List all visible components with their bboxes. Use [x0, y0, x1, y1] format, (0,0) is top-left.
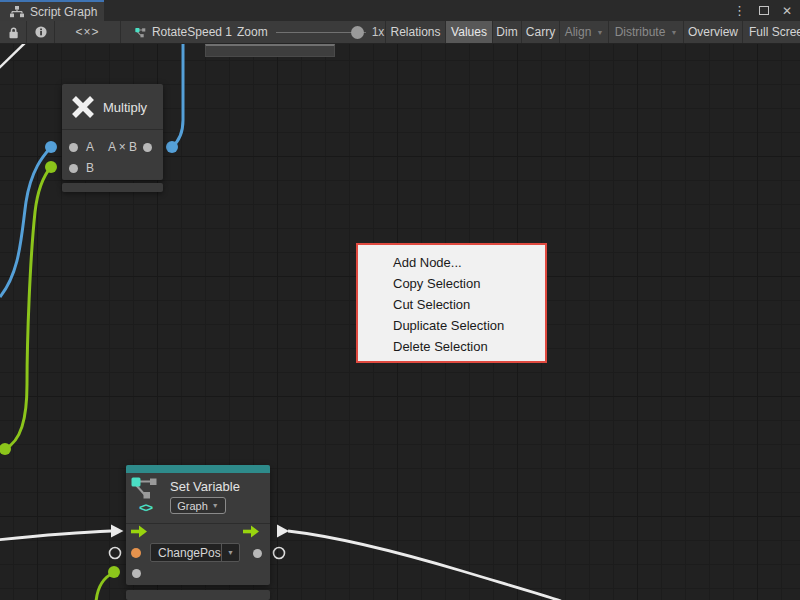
variable-brackets-icon: <>	[139, 500, 152, 515]
align-dropdown[interactable]: Align ▼	[560, 21, 609, 43]
window-close-icon[interactable]: ✕	[782, 5, 792, 17]
fullscreen-button[interactable]: Full Screen	[743, 21, 800, 43]
variable-scope-label: Graph	[177, 500, 208, 512]
wire-blue-out-of-multiply[interactable]	[172, 44, 183, 147]
info-button[interactable]	[27, 21, 55, 43]
multiply-port-a[interactable]	[69, 143, 78, 152]
setvariable-value-port[interactable]	[132, 569, 141, 578]
overview-label: Overview	[688, 25, 738, 39]
menu-item-cut-selection[interactable]: Cut Selection	[358, 294, 545, 315]
carry-label: Carry	[526, 25, 555, 39]
menu-item-duplicate-selection[interactable]: Duplicate Selection	[358, 315, 545, 336]
fullscreen-label: Full Screen	[749, 25, 800, 39]
multiply-port-b-label: B	[86, 161, 94, 175]
variable-name-label: ChangePos	[151, 544, 221, 561]
value-ring-left[interactable]	[110, 548, 121, 559]
multiply-icon	[70, 94, 96, 120]
wire-flow-out-of-setvariable[interactable]	[288, 531, 561, 600]
wire-flow-into-setvariable[interactable]	[0, 531, 111, 540]
tab-label: Script Graph	[30, 5, 97, 19]
chevron-down-icon: ▼	[212, 502, 219, 509]
setvariable-output-port[interactable]	[253, 549, 262, 558]
multiply-port-b[interactable]	[69, 164, 78, 173]
graph-canvas[interactable]: Multiply A A × B B <> Set Variable Graph…	[0, 44, 800, 600]
wire-blue-into-multiply-a[interactable]	[0, 147, 51, 297]
node-set-variable[interactable]: <> Set Variable Graph ▼ ChangePos ▼	[126, 465, 270, 585]
multiply-port-a-label: A	[86, 140, 94, 154]
zoom-slider[interactable]	[276, 32, 366, 33]
graph-name: RotateSpeed 1	[152, 25, 232, 39]
info-icon	[35, 26, 47, 38]
lock-button[interactable]	[0, 21, 27, 43]
wire-end-dot-blue-out[interactable]	[166, 141, 178, 153]
dim-label: Dim	[496, 25, 517, 39]
multiply-output-label: A × B	[108, 140, 137, 154]
tab-script-graph[interactable]: Script Graph	[0, 0, 104, 21]
wire-end-dot-blue-a[interactable]	[45, 141, 57, 153]
values-label: Values	[451, 25, 487, 39]
multiply-title: Multiply	[103, 100, 147, 115]
window-maximize-icon[interactable]	[759, 6, 769, 15]
menu-item-copy-selection[interactable]: Copy Selection	[358, 273, 545, 294]
chevron-down-icon: ▼	[596, 29, 603, 36]
setvariable-footer	[126, 590, 270, 600]
wire-green-into-multiply-b[interactable]	[5, 167, 51, 449]
relations-toggle[interactable]: Relations	[386, 21, 446, 43]
partial-node-top[interactable]	[205, 44, 335, 57]
zoom-control: Zoom 1x	[232, 21, 386, 43]
menu-item-add-node[interactable]: Add Node...	[358, 252, 545, 273]
flow-output-arrow-icon[interactable]	[243, 525, 259, 538]
graph-tree-icon	[10, 6, 24, 18]
distribute-label: Distribute	[615, 25, 666, 39]
relations-label: Relations	[390, 25, 440, 39]
flow-input-arrow-icon[interactable]	[131, 525, 147, 538]
wire-end-dot-green-b[interactable]	[45, 161, 57, 173]
multiply-port-result[interactable]	[143, 143, 152, 152]
titlebar: Script Graph ⋮ ✕	[0, 0, 800, 21]
setvariable-title: Set Variable	[170, 479, 240, 494]
align-label: Align	[565, 25, 592, 39]
values-toggle[interactable]: Values	[446, 21, 493, 43]
menu-item-delete-selection[interactable]: Delete Selection	[358, 336, 545, 357]
multiply-footer	[62, 183, 163, 192]
context-menu: Add Node... Copy Selection Cut Selection…	[356, 243, 547, 363]
flow-arrowhead-in	[111, 525, 124, 538]
setvariable-header: <> Set Variable Graph ▼	[126, 473, 270, 524]
lock-icon	[8, 26, 19, 39]
carry-toggle[interactable]: Carry	[522, 21, 560, 43]
setvariable-name-port[interactable]	[131, 548, 141, 558]
zoom-slider-handle[interactable]	[351, 26, 364, 39]
graph-toolbar: <×> RotateSpeed 1 Zoom 1x Relations Valu…	[0, 21, 800, 44]
value-ring-right[interactable]	[274, 548, 285, 559]
multiply-header: Multiply	[62, 84, 163, 130]
dim-toggle[interactable]: Dim	[493, 21, 522, 43]
zoom-label: Zoom	[237, 25, 268, 39]
script-graph-icon	[135, 25, 146, 40]
chevron-down-icon: ▼	[227, 549, 234, 556]
variable-name-dropdown[interactable]: ChangePos ▼	[150, 543, 240, 562]
variable-kind-bar	[126, 465, 270, 473]
chevron-down-icon: ▼	[670, 29, 677, 36]
overview-button[interactable]: Overview	[684, 21, 743, 43]
graph-breadcrumb[interactable]: RotateSpeed 1	[121, 21, 232, 43]
distribute-dropdown[interactable]: Distribute ▼	[609, 21, 684, 43]
wire-white-topleft[interactable]	[0, 44, 29, 71]
wire-end-dot-green-setvar[interactable]	[108, 566, 120, 578]
window-menu-icon[interactable]: ⋮	[733, 4, 746, 17]
code-view-button[interactable]: <×>	[55, 21, 121, 43]
flow-arrowhead-out	[277, 525, 289, 538]
code-brackets-icon: <×>	[75, 25, 99, 39]
node-multiply[interactable]: Multiply A A × B B	[62, 84, 163, 180]
zoom-value: 1x	[372, 25, 385, 39]
set-variable-icon	[131, 477, 161, 499]
variable-scope-dropdown[interactable]: Graph ▼	[170, 497, 226, 514]
